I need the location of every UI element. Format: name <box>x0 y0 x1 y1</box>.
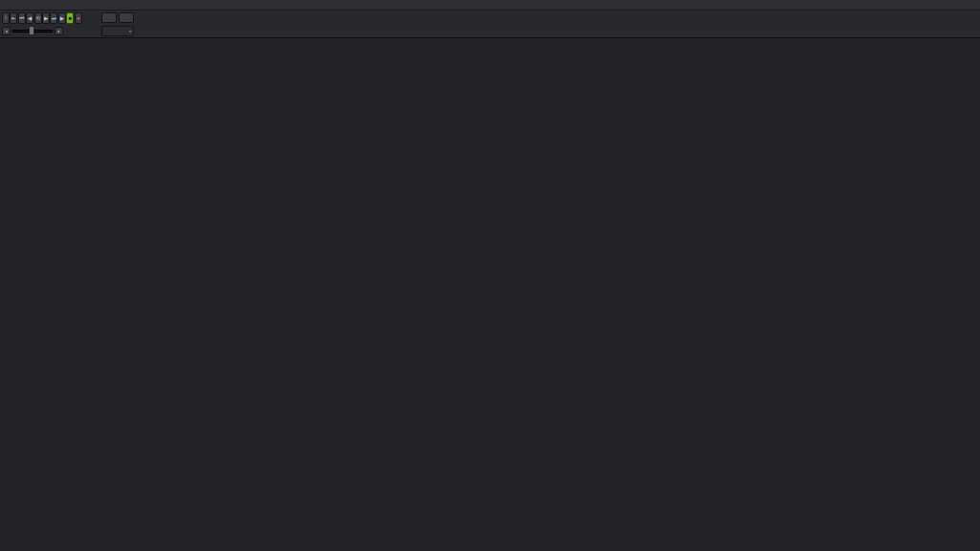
fast-forward-button[interactable]: ▶ <box>42 12 50 24</box>
goto-end-button[interactable]: ⏭ <box>50 12 57 24</box>
record-button[interactable]: ● <box>75 12 82 24</box>
midi-panic-button[interactable]: ! <box>2 12 10 24</box>
goto-zero-button[interactable]: ⇤ <box>10 12 17 24</box>
shuttle-vs-button[interactable]: ▸ <box>55 27 63 35</box>
play-button[interactable]: ▶ <box>58 12 66 24</box>
transport-toolbar: !⇤⏮◀⟲▶⏭▶■●◂▸▾ <box>0 11 980 38</box>
ardour-window: !⇤⏮◀⟲▶⏭▶■●◂▸▾ <box>0 0 980 551</box>
punch-out-button[interactable] <box>119 12 134 23</box>
stop-button[interactable]: ■ <box>66 12 74 24</box>
[object Object][interactable]: ▾ <box>101 26 134 36</box>
rewind-button[interactable]: ◀ <box>26 12 33 24</box>
rec-mode-label <box>82 28 100 35</box>
punch-in-button[interactable] <box>101 12 117 23</box>
menu-bar <box>0 0 980 11</box>
transport-status <box>65 28 80 35</box>
goto-start-button[interactable]: ⏮ <box>18 12 26 24</box>
arrangement-canvas[interactable] <box>0 0 980 551</box>
shuttle-min-button[interactable]: ◂ <box>2 27 11 35</box>
loop-toggle-button[interactable]: ⟲ <box>34 12 42 24</box>
shuttle-handle[interactable] <box>29 26 34 35</box>
chevron-down-icon: ▾ <box>129 29 131 33</box>
punch-label <box>82 14 100 22</box>
